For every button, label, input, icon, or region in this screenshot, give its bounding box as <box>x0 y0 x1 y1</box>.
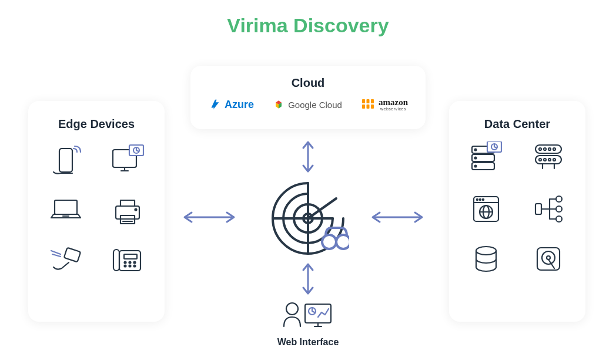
gcp-logo: Google Cloud <box>273 99 342 110</box>
aws-logo: amazon webservices <box>361 98 408 111</box>
svg-point-74 <box>336 235 349 249</box>
office-phone-icon <box>111 246 144 274</box>
svg-line-22 <box>52 254 61 257</box>
svg-point-44 <box>548 148 551 150</box>
mobile-phone-icon <box>50 144 82 178</box>
edge-title: Edge Devices <box>42 117 150 131</box>
network-topology-icon <box>533 194 564 224</box>
aws-icon <box>361 98 375 111</box>
svg-rect-3 <box>362 105 365 109</box>
svg-point-26 <box>124 262 126 264</box>
laptop-icon <box>49 198 83 223</box>
aws-label-top: amazon <box>379 98 408 107</box>
svg-rect-0 <box>362 99 365 103</box>
cloud-title: Cloud <box>205 76 411 90</box>
azure-icon <box>208 98 221 111</box>
web-interface-label: Web Interface <box>0 337 616 348</box>
datacenter-title: Data Center <box>463 117 571 131</box>
svg-point-55 <box>480 199 481 200</box>
arrow-right-icon <box>368 207 427 227</box>
svg-point-64 <box>476 247 496 255</box>
web-app-icon <box>471 194 501 224</box>
svg-point-48 <box>548 159 551 161</box>
svg-rect-15 <box>120 200 135 206</box>
svg-point-56 <box>483 199 484 200</box>
arrow-left-icon <box>180 207 239 227</box>
svg-point-30 <box>129 265 130 267</box>
svg-point-54 <box>477 199 478 200</box>
cloud-panel: Cloud Azure Google Cloud amazon webservi… <box>190 66 426 129</box>
radar-icon <box>267 177 349 259</box>
svg-point-35 <box>475 149 477 151</box>
svg-point-47 <box>544 159 546 161</box>
svg-point-43 <box>544 148 546 150</box>
user-dashboard-icon <box>282 301 334 331</box>
svg-point-46 <box>539 159 541 161</box>
datacenter-panel: Data Center <box>449 101 585 322</box>
arrow-up-icon <box>298 139 318 175</box>
svg-point-80 <box>286 303 298 315</box>
barcode-scanner-icon <box>49 246 83 273</box>
gcp-label: Google Cloud <box>288 100 342 110</box>
svg-point-37 <box>475 166 477 167</box>
gcp-icon <box>273 99 284 110</box>
desktop-monitor-icon <box>109 144 146 177</box>
server-rack-icon <box>532 141 565 171</box>
server-stack-icon <box>468 141 504 173</box>
svg-point-29 <box>124 265 126 267</box>
svg-point-31 <box>133 265 135 267</box>
storage-disk-icon <box>534 245 563 273</box>
svg-point-19 <box>135 209 136 211</box>
svg-rect-1 <box>367 99 370 103</box>
svg-point-61 <box>556 196 562 202</box>
page-title: Virima Discovery <box>0 14 616 37</box>
svg-rect-20 <box>63 248 80 262</box>
svg-point-73 <box>322 235 336 249</box>
svg-rect-6 <box>59 149 72 172</box>
svg-rect-24 <box>113 250 119 271</box>
svg-rect-12 <box>55 200 77 214</box>
svg-point-62 <box>556 206 562 212</box>
svg-point-49 <box>553 159 555 161</box>
svg-point-27 <box>129 262 130 264</box>
printer-icon <box>111 198 144 226</box>
svg-point-42 <box>539 148 541 150</box>
svg-rect-60 <box>535 204 541 214</box>
edge-panel: Edge Devices <box>28 101 165 322</box>
aws-label-bottom: webservices <box>380 107 406 111</box>
discovery-radar <box>267 177 349 259</box>
cloud-providers: Azure Google Cloud amazon webservices <box>205 98 411 111</box>
svg-point-28 <box>133 262 135 264</box>
azure-logo: Azure <box>208 98 254 111</box>
svg-point-45 <box>553 148 555 150</box>
arrow-down-icon <box>298 261 318 297</box>
svg-rect-5 <box>371 105 374 109</box>
web-interface: Web Interface <box>0 301 616 348</box>
svg-point-63 <box>556 216 562 222</box>
azure-label: Azure <box>225 99 254 111</box>
svg-rect-25 <box>124 254 137 259</box>
svg-rect-2 <box>371 99 374 103</box>
svg-rect-4 <box>367 105 370 109</box>
database-icon <box>473 245 500 273</box>
svg-point-66 <box>542 251 555 264</box>
svg-point-36 <box>475 157 477 159</box>
svg-rect-14 <box>116 206 139 219</box>
